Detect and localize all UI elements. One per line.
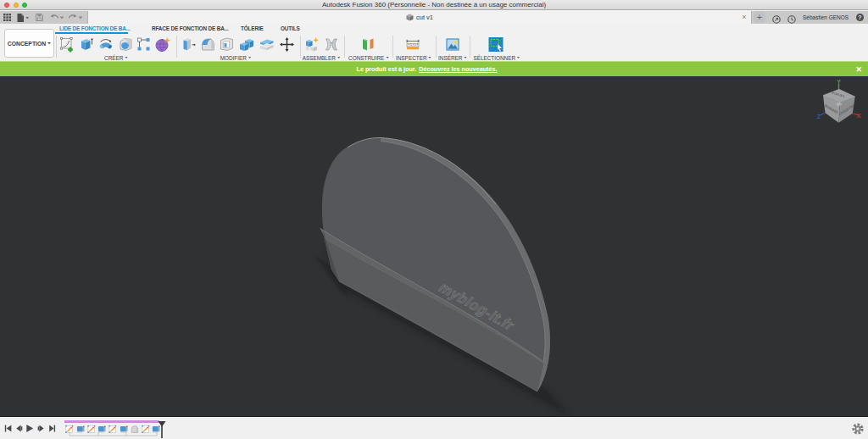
- gear-icon: [854, 425, 862, 433]
- chevron-down-icon: [59, 16, 64, 19]
- ribbon-group-create-menu[interactable]: CRÉER: [104, 55, 128, 61]
- move-copy-button[interactable]: [279, 36, 295, 53]
- model-half-disc[interactable]: myblog-it.fr: [320, 137, 550, 392]
- ribbon-group-select-menu[interactable]: SÉLECTIONNER: [473, 55, 520, 61]
- create-pattern-button[interactable]: [136, 36, 151, 53]
- group-separator: [436, 36, 437, 58]
- axis-z-label: Z: [817, 114, 821, 119]
- extrude-button[interactable]: [79, 36, 95, 53]
- group-separator: [176, 36, 177, 58]
- macos-titlebar: Autodesk Fusion 360 (Personnelle - Non d…: [0, 0, 868, 10]
- group-separator: [300, 36, 301, 58]
- timeline-bar: [0, 416, 868, 439]
- chevron-down-icon: [464, 57, 466, 58]
- ribbon-group-inspect-menu[interactable]: INSPECTER: [396, 55, 431, 61]
- chevron-down-icon: [337, 57, 340, 58]
- create-sketch-button[interactable]: [59, 36, 75, 53]
- ribbon-group-assemble: [304, 36, 339, 53]
- help-button[interactable]: ?: [856, 14, 864, 21]
- step-forward-button[interactable]: [38, 425, 44, 432]
- save-icon: [36, 14, 43, 21]
- timeline-group-brackets: [64, 429, 166, 439]
- chevron-down-icon: [517, 57, 520, 58]
- ribbon-tab-sheetmetal[interactable]: TÔLERIE: [241, 25, 264, 33]
- step-back-button[interactable]: [16, 425, 22, 432]
- document-tab-bar: cut v1 × + Sébastien GENOS ?: [0, 11, 868, 24]
- construction-plane-button[interactable]: [360, 36, 376, 53]
- group-separator: [56, 36, 57, 58]
- undo-button[interactable]: [50, 11, 58, 24]
- workspace-selector[interactable]: CONCEPTION: [4, 29, 54, 58]
- ribbon-group-create: [59, 36, 171, 53]
- design-cube-icon: [406, 14, 414, 21]
- new-tab-button[interactable]: +: [754, 12, 765, 23]
- file-icon: [17, 14, 29, 22]
- grid-icon: [3, 14, 11, 21]
- chevron-down-icon: [47, 42, 51, 44]
- hole-button[interactable]: [118, 36, 134, 53]
- notification-close-button[interactable]: ✕: [855, 62, 862, 77]
- tab-bar-right: + Sébastien GENOS ?: [751, 11, 868, 24]
- app-grid-button[interactable]: [3, 11, 11, 24]
- create-form-button[interactable]: [154, 36, 171, 53]
- chevron-down-icon: [125, 57, 127, 58]
- 3d-viewport[interactable]: myblog-it.fr Y Z X HAUT AVANT DROITE: [0, 76, 868, 416]
- new-component-button[interactable]: [304, 36, 320, 53]
- notification-message: Le produit est à jour.: [357, 65, 417, 73]
- update-notification-bar: Le produit est à jour. Découvrez les nou…: [0, 61, 868, 76]
- user-name[interactable]: Sébastien GENOS: [803, 11, 845, 24]
- timeline-playhead[interactable]: [156, 420, 168, 439]
- select-button[interactable]: [487, 36, 505, 53]
- redo-dropdown[interactable]: [78, 11, 83, 24]
- fillet-button[interactable]: [200, 36, 216, 53]
- clock-icon: [787, 15, 796, 24]
- chevron-down-icon: [386, 57, 388, 58]
- save-button[interactable]: [36, 11, 43, 24]
- document-tab-title: cut v1: [416, 14, 433, 21]
- ribbon-group-select: [487, 36, 505, 53]
- revolve-button[interactable]: [97, 36, 114, 53]
- window-title: Autodesk Fusion 360 (Personnelle - Non d…: [0, 1, 868, 9]
- viewcube[interactable]: Y Z X HAUT AVANT DROITE: [817, 79, 861, 123]
- ribbon-group-inspect: [405, 36, 420, 53]
- ribbon-group-assemble-menu[interactable]: ASSEMBLER: [303, 55, 341, 61]
- redo-icon: [69, 14, 77, 21]
- go-to-end-button[interactable]: [49, 425, 55, 432]
- group-separator: [392, 36, 393, 58]
- active-tab-underline: [55, 32, 128, 34]
- undo-dropdown[interactable]: [59, 11, 64, 24]
- go-to-start-button[interactable]: [5, 425, 12, 432]
- insert-image-button[interactable]: [445, 36, 460, 53]
- combine-button[interactable]: [238, 36, 256, 53]
- ribbon-group-insert-menu[interactable]: INSÉRER: [438, 55, 467, 61]
- ribbon-group-construct: [360, 36, 376, 53]
- ribbon-group-insert: [445, 36, 460, 53]
- close-tab-button[interactable]: ×: [740, 11, 748, 24]
- ribbon-toolbar: CONCEPTION LIDE DE FONCTION DE BA... RFA…: [0, 24, 868, 61]
- ribbon-group-modify: [181, 36, 295, 53]
- ribbon-tab-tools[interactable]: OUTILS: [281, 25, 300, 33]
- play-button[interactable]: [26, 425, 33, 432]
- measure-button[interactable]: [405, 36, 420, 53]
- file-menu-button[interactable]: [17, 11, 29, 24]
- offset-face-button[interactable]: [259, 36, 275, 53]
- ribbon-group-modify-menu[interactable]: MODIFIER: [220, 55, 252, 61]
- joint-button[interactable]: [324, 36, 339, 53]
- ribbon-tab-surface[interactable]: RFACE DE FONCTION DE BA...: [152, 25, 229, 33]
- notification-link[interactable]: Découvrez les nouveautés.: [419, 65, 497, 73]
- shell-button[interactable]: [219, 36, 235, 53]
- chevron-down-icon: [78, 16, 83, 19]
- timeline-settings-button[interactable]: [851, 422, 865, 436]
- chevron-down-icon: [248, 57, 251, 58]
- undo-icon: [50, 14, 58, 21]
- timeline-playback-controls: [0, 417, 59, 439]
- group-separator: [470, 36, 470, 58]
- document-tab[interactable]: cut v1 ×: [88, 11, 751, 24]
- job-status-icon: [772, 15, 781, 24]
- ribbon-group-construct-menu[interactable]: CONSTRUIRE: [348, 55, 389, 61]
- redo-button[interactable]: [69, 11, 77, 24]
- axis-x-label: X: [857, 113, 861, 119]
- press-pull-button[interactable]: [181, 36, 197, 53]
- model-canvas: myblog-it.fr Y Z X HAUT AVANT DROITE: [0, 76, 868, 416]
- quick-access-toolbar: [0, 11, 88, 24]
